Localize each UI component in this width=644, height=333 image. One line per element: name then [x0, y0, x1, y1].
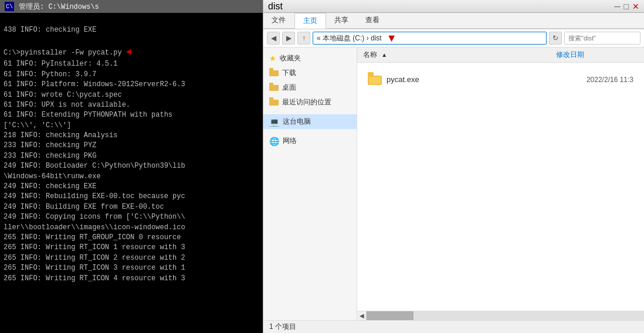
- column-date[interactable]: 修改日期: [556, 50, 638, 60]
- back-button[interactable]: ◀: [267, 32, 280, 45]
- sidebar-item-desktop[interactable]: 桌面: [263, 80, 357, 95]
- svg-rect-8: [369, 77, 381, 84]
- sidebar-downloads-label: 下载: [282, 68, 296, 78]
- recent-folder-icon: [269, 97, 279, 107]
- sidebar-favorites-label: 收藏夹: [280, 53, 301, 63]
- svg-rect-3: [269, 83, 273, 86]
- sidebar-item-downloads[interactable]: 下载: [263, 66, 357, 80]
- column-headers: 名称 ▲ 修改日期: [357, 47, 644, 63]
- cmd-window: C\ 管理员: C:\Windows\s 438 INFO: checking …: [0, 0, 263, 333]
- tab-file[interactable]: 文件: [263, 13, 294, 28]
- sidebar-recent-label: 最近访问的位置: [282, 97, 331, 107]
- explorer-body: ★ 收藏夹 下载 桌面: [263, 47, 644, 320]
- cmd-content[interactable]: 438 INFO: checking EXE C:\>pyinstaller -…: [0, 13, 263, 333]
- cmd-icon: C\: [5, 2, 14, 11]
- sidebar-item-favorites[interactable]: ★ 收藏夹: [263, 51, 357, 66]
- star-icon: ★: [269, 54, 276, 63]
- address-down-arrow: ▼: [387, 32, 397, 45]
- cmd-line-1: 438 INFO: checking EXE: [4, 26, 96, 34]
- status-bar: 1 个项目: [263, 320, 644, 333]
- search-input[interactable]: [564, 32, 640, 45]
- minimize-btn[interactable]: ─: [615, 2, 621, 11]
- svg-rect-1: [269, 68, 273, 71]
- h-scrollbar[interactable]: ◀: [357, 311, 644, 320]
- sort-arrow: ▲: [381, 52, 387, 58]
- cmd-line-command: C:\>pyinstaller -Fw pycat.py: [4, 49, 122, 57]
- maximize-btn[interactable]: □: [624, 2, 629, 11]
- scroll-thumb[interactable]: [367, 311, 413, 320]
- close-btn[interactable]: ✕: [632, 2, 639, 11]
- sidebar-network-label: 网络: [283, 136, 297, 146]
- sidebar: ★ 收藏夹 下载 桌面: [263, 47, 357, 320]
- address-row: ◀ ▶ ↑ « 本地磁盘 (C:) › dist ▼ ↻: [263, 29, 644, 47]
- tab-share[interactable]: 共享: [326, 13, 357, 28]
- network-icon: 🌐: [269, 137, 279, 146]
- explorer-title: dist: [268, 1, 283, 12]
- cmd-titlebar: C\ 管理员: C:\Windows\s: [0, 0, 263, 13]
- explorer-titlebar: dist ─ □ ✕: [263, 0, 644, 13]
- address-text: « 本地磁盘 (C:) › dist: [317, 33, 382, 43]
- ribbon-tabs: 文件 主页 共享 查看: [263, 13, 644, 29]
- scroll-track[interactable]: [367, 311, 644, 320]
- tab-view[interactable]: 查看: [357, 13, 388, 28]
- cmd-arrow-right: ◄: [126, 47, 132, 57]
- refresh-button[interactable]: ↻: [549, 32, 562, 45]
- svg-rect-7: [368, 72, 374, 77]
- forward-button[interactable]: ▶: [282, 32, 295, 45]
- column-name[interactable]: 名称 ▲: [363, 50, 556, 60]
- sidebar-item-network[interactable]: 🌐 网络: [263, 134, 357, 148]
- file-row[interactable]: pycat.exe 2022/2/16 11:3 ↓: [363, 69, 638, 90]
- cmd-line-3: 61 INFO: PyInstaller: 4.5.1 61 INFO: Pyt…: [4, 60, 185, 282]
- desktop-folder-icon: [269, 83, 279, 93]
- svg-rect-2: [269, 85, 279, 91]
- up-button[interactable]: ↑: [297, 32, 310, 45]
- ribbon: 文件 主页 共享 查看: [263, 13, 644, 29]
- main-content: 名称 ▲ 修改日期 pycat.exe 2022/2/16 11:3: [357, 47, 644, 320]
- sidebar-pc-label: 这台电脑: [283, 117, 311, 127]
- tab-home[interactable]: 主页: [294, 13, 326, 29]
- computer-icon: 💻: [269, 117, 279, 127]
- sidebar-item-recent[interactable]: 最近访问的位置: [263, 95, 357, 110]
- cmd-title: 管理员: C:\Windows\s: [19, 2, 99, 12]
- sidebar-desktop-label: 桌面: [282, 83, 296, 93]
- item-count: 1 个项目: [269, 322, 296, 332]
- sidebar-item-this-pc[interactable]: 💻 这台电脑: [263, 114, 357, 129]
- svg-rect-0: [269, 70, 279, 76]
- file-arrow: ↓: [357, 63, 361, 77]
- file-date: 2022/2/16 11:3: [587, 76, 633, 84]
- address-bar[interactable]: « 本地磁盘 (C:) › dist ▼: [313, 32, 547, 45]
- scroll-left-btn[interactable]: ◀: [357, 311, 367, 321]
- exe-icon: [368, 72, 382, 87]
- svg-rect-5: [269, 97, 273, 100]
- svg-rect-4: [269, 100, 279, 106]
- download-folder-icon: [269, 68, 279, 78]
- file-list: pycat.exe 2022/2/16 11:3 ↓: [357, 63, 644, 311]
- explorer-window: dist ─ □ ✕ 文件 主页 共享 查看 ◀ ▶ ↑ « 本地磁盘 (C:)…: [263, 0, 644, 333]
- file-name: pycat.exe: [387, 75, 419, 84]
